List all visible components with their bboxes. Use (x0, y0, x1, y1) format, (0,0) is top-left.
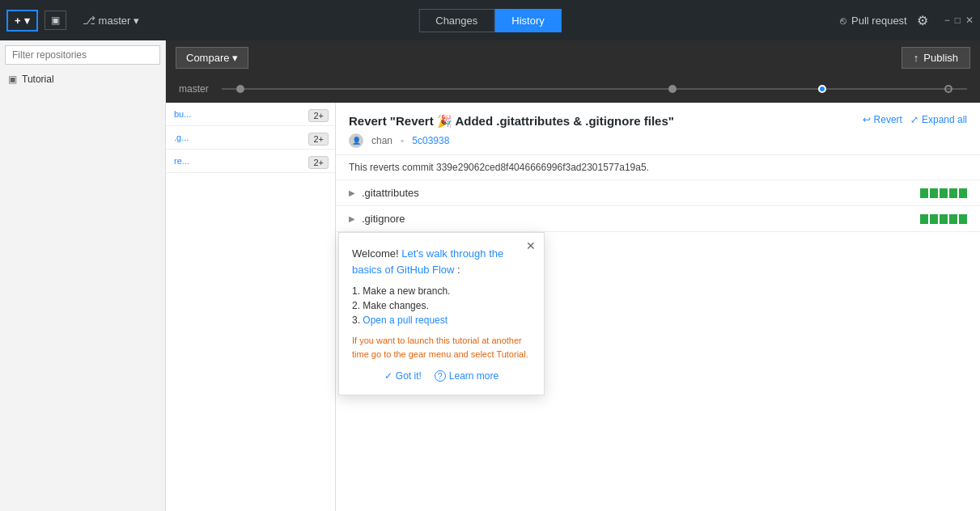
publish-button[interactable]: ↑ Publish (902, 47, 970, 69)
learn-more-label: Learn more (449, 370, 498, 382)
file-name-2: .gitignore (362, 213, 920, 225)
add-block (959, 214, 967, 224)
tab-changes[interactable]: Changes (418, 9, 494, 32)
commit-hash-1: bu... (174, 109, 327, 119)
chevron-icon-2: ▶ (349, 214, 355, 223)
revert-label: Revert (874, 114, 902, 125)
pull-request-link[interactable]: Open a pull request (363, 315, 448, 326)
add-block (949, 188, 957, 198)
tooltip-close-button[interactable]: ✕ (526, 239, 536, 252)
welcome-text: Welcome! (352, 247, 399, 260)
chevron-icon-1: ▶ (349, 188, 355, 197)
close-button[interactable]: ✕ (965, 15, 974, 26)
github-flow-link-text[interactable]: GitHub Flow (397, 264, 455, 276)
learn-more-icon: ? (435, 370, 446, 382)
sidebar-item-tutorial[interactable]: ▣ Tutorial (0, 70, 165, 89)
got-it-icon: ✓ (384, 370, 392, 382)
diff-title: Revert "Revert 🎉 Added .gitattributes & … (349, 114, 674, 129)
sidebar-item-label: Tutorial (22, 74, 54, 85)
diff-description: This reverts commit 339e29062ced8f404666… (336, 155, 980, 180)
commit-sha[interactable]: 5c03938 (412, 135, 449, 146)
learn-more-button[interactable]: ? Learn more (435, 370, 498, 382)
plus-icon: + (15, 15, 21, 27)
minimize-button[interactable]: − (944, 15, 950, 26)
commit-item-2[interactable]: .g... 2+ (166, 126, 335, 150)
timeline-track (222, 88, 967, 90)
diff-actions: ↩ Revert ⤢ Expand all (863, 114, 967, 125)
compare-label: Compare (186, 52, 229, 64)
pull-request-button[interactable]: ⎋ Pull request (840, 15, 907, 27)
branch-selector[interactable]: ⎇ master ▾ (83, 14, 140, 27)
diff-header: Revert "Revert 🎉 Added .gitattributes & … (336, 103, 980, 155)
timeline-bar: master (166, 75, 980, 103)
tooltip-footer: ✓ Got it! ? Learn more (352, 370, 531, 382)
add-dropdown-icon: ▾ (24, 15, 30, 27)
add-block (949, 214, 957, 224)
add-block (959, 188, 967, 198)
top-bar-left: + ▾ ▣ ⎇ master ▾ (6, 10, 139, 32)
gear-icon: ⚙ (917, 14, 928, 27)
maximize-button[interactable]: □ (955, 15, 961, 26)
gear-button[interactable]: ⚙ (917, 13, 928, 28)
file-name-1: .gitattributes (362, 187, 920, 199)
timeline-dot-2[interactable] (668, 85, 677, 93)
file-row-gitignore[interactable]: ▶ .gitignore (336, 206, 980, 232)
timeline-dot-4[interactable] (944, 85, 952, 93)
branch-name: master (99, 15, 131, 27)
revert-button[interactable]: ↩ Revert (863, 114, 902, 125)
got-it-button[interactable]: ✓ Got it! (384, 370, 422, 382)
sidebar-toggle-button[interactable]: ▣ (45, 11, 66, 30)
compare-bar: Compare ▾ ↑ Publish (166, 40, 980, 75)
filter-input[interactable] (5, 45, 160, 65)
commit-badge-1: 2+ (308, 109, 329, 122)
timeline-dot-1[interactable] (236, 85, 244, 93)
commit-badge-3: 2+ (308, 156, 329, 169)
add-block (940, 214, 948, 224)
add-block (940, 188, 948, 198)
tooltip-step-3: 3. Open a pull request (352, 315, 531, 326)
commit-hash-3: re... (174, 156, 327, 166)
compare-button[interactable]: Compare ▾ (176, 47, 248, 69)
add-block (930, 214, 938, 224)
diff-meta: 👤 chan ◦ 5c03938 (349, 133, 967, 148)
layout: ▣ Tutorial Compare ▾ ↑ Publish master (0, 40, 980, 511)
sidebar: ▣ Tutorial (0, 40, 166, 511)
revert-icon: ↩ (863, 114, 871, 125)
file-additions-1 (920, 188, 967, 198)
avatar-icon: 👤 (352, 137, 361, 145)
tab-history[interactable]: History (494, 9, 561, 32)
commit-item-1[interactable]: bu... 2+ (166, 103, 335, 126)
commits-panel: bu... 2+ .g... 2+ re... 2+ (166, 103, 336, 511)
expand-all-label: Expand all (922, 114, 967, 125)
avatar: 👤 (349, 133, 363, 148)
tooltip-steps: 1. Make a new branch. 2. Make changes. 3… (352, 285, 531, 326)
tooltip-title: Welcome! Let's walk through the basics o… (352, 246, 531, 277)
branch-dropdown-icon: ▾ (134, 15, 139, 27)
compare-dropdown-icon: ▾ (232, 52, 238, 64)
top-bar: + ▾ ▣ ⎇ master ▾ Changes History ⎋ Pull … (0, 0, 980, 40)
tooltip-step-2: 2. Make changes. (352, 300, 531, 311)
got-it-label: Got it! (396, 370, 422, 382)
tab-group: Changes History (418, 9, 562, 32)
add-button[interactable]: + ▾ (6, 10, 38, 32)
tooltip-step-1: 1. Make a new branch. (352, 285, 531, 297)
file-additions-2 (920, 214, 967, 224)
timeline-label: master (179, 83, 209, 95)
tooltip-popup: ✕ Welcome! Let's walk through the basics… (338, 232, 545, 395)
expand-icon: ⤢ (910, 114, 918, 125)
file-row-gitattributes[interactable]: ▶ .gitattributes (336, 180, 980, 206)
commit-arrow: ◦ (401, 135, 404, 146)
branch-icon: ⎇ (83, 14, 95, 27)
commit-item-3[interactable]: re... 2+ (166, 150, 335, 173)
tooltip-note: If you want to launch this tutorial at a… (352, 334, 531, 361)
top-bar-right: ⎋ Pull request ⚙ − □ ✕ (840, 13, 974, 28)
pull-request-label: Pull request (851, 15, 907, 27)
add-block (920, 188, 928, 198)
history-area: bu... 2+ .g... 2+ re... 2+ (166, 103, 980, 511)
sidebar-icon: ▣ (51, 15, 60, 26)
publish-icon: ↑ (914, 52, 919, 64)
timeline-dot-3[interactable] (818, 85, 826, 93)
add-block (920, 214, 928, 224)
expand-all-button[interactable]: ⤢ Expand all (910, 114, 967, 125)
repo-icon: ▣ (8, 74, 17, 85)
